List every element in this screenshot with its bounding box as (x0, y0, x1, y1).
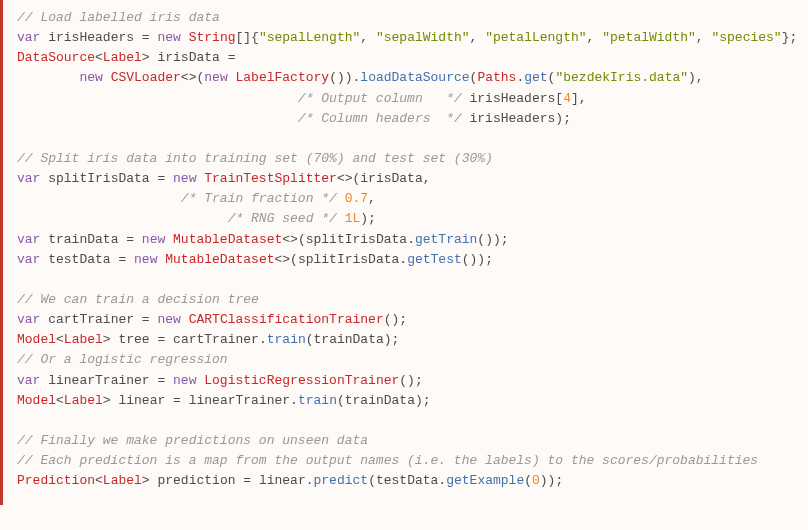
op-lt: < (95, 473, 103, 488)
id-tree: tree (118, 332, 149, 347)
op-comma: , (696, 30, 712, 45)
num-4: 4 (563, 91, 571, 106)
id-testData: testData (376, 473, 438, 488)
op-diamond: <> (181, 70, 197, 85)
op-comma: , (587, 30, 603, 45)
op-lt: < (95, 50, 103, 65)
ty-csvloader: CSVLoader (111, 70, 181, 85)
op-parens-semi: (); (399, 373, 422, 388)
op-diamond: <> (282, 232, 298, 247)
comment-col-headers: /* Column headers */ (298, 111, 462, 126)
kw-var: var (17, 171, 40, 186)
fn-get: get (524, 70, 547, 85)
op-parens: () (329, 70, 345, 85)
id-linear: linear (118, 393, 165, 408)
comment-load: // Load labelled iris data (17, 10, 220, 25)
op-dot: . (438, 473, 446, 488)
fn-predict: predict (314, 473, 369, 488)
op-lparen: ( (524, 473, 532, 488)
op-parens-semi: (); (384, 312, 407, 327)
op-dot: . (399, 252, 407, 267)
ty-string: String (189, 30, 236, 45)
op-comma: , (368, 191, 376, 206)
op-eq: = (134, 312, 157, 327)
ty-datasource: DataSource (17, 50, 95, 65)
ty-mutabledataset: MutableDataset (165, 252, 274, 267)
id-linearTrainer: linearTrainer (48, 373, 149, 388)
id-cartTrainer: cartTrainer (173, 332, 259, 347)
comment-each-pred: // Each prediction is a map from the out… (17, 453, 758, 468)
id-trainData: trainData (48, 232, 118, 247)
op-comma: , (360, 30, 376, 45)
op-eq: = (150, 332, 173, 347)
kw-new: new (157, 312, 180, 327)
str: "sepalWidth" (376, 30, 470, 45)
ty-mutabledataset: MutableDataset (173, 232, 282, 247)
id-cartTrainer: cartTrainer (48, 312, 134, 327)
ty-labelfactory: LabelFactory (236, 70, 330, 85)
id-splitIrisData: splitIrisData (48, 171, 149, 186)
ty-logreg: LogisticRegressionTrainer (204, 373, 399, 388)
op-rparen-semi: ); (384, 332, 400, 347)
comment-finally: // Finally we make predictions on unseen… (17, 433, 368, 448)
op-lparen: ( (368, 473, 376, 488)
code-block: // Load labelled iris data var irisHeade… (0, 0, 808, 505)
op-rrparen-semi: )); (540, 473, 563, 488)
op-lparen: ( (290, 252, 298, 267)
id-irisHeaders: irisHeaders (470, 91, 556, 106)
op-dot: . (407, 232, 415, 247)
op-parens-semi: ()); (477, 232, 508, 247)
op-arr-open: []{ (235, 30, 258, 45)
op-comma: , (470, 30, 486, 45)
comment-train-frac: /* Train fraction */ (181, 191, 337, 206)
op-arr-close: }; (782, 30, 798, 45)
id-irisHeaders: irisHeaders (48, 30, 134, 45)
op-gt: > (103, 393, 111, 408)
fn-getTrain: getTrain (415, 232, 477, 247)
num-1L: 1L (345, 211, 361, 226)
kw-new: new (173, 373, 196, 388)
op-gt: > (142, 50, 150, 65)
op-rparen-semi: ); (360, 211, 376, 226)
op-rbracket-comma: ], (571, 91, 587, 106)
id-trainData: trainData (345, 393, 415, 408)
op-comma: , (423, 171, 431, 186)
op-lparen: ( (337, 393, 345, 408)
op-eq: = (134, 30, 157, 45)
str: "bezdekIris.data" (555, 70, 688, 85)
op-dot: . (290, 393, 298, 408)
ty-label: Label (64, 393, 103, 408)
op-dot: . (259, 332, 267, 347)
ty-model: Model (17, 393, 56, 408)
op-eq: = (118, 232, 141, 247)
kw-new: new (142, 232, 165, 247)
comment-output-col: /* Output column */ (298, 91, 462, 106)
id-linear: linear (259, 473, 306, 488)
id-irisHeaders: irisHeaders (470, 111, 556, 126)
op-eq: = (111, 252, 134, 267)
fn-getExample: getExample (446, 473, 524, 488)
op-eq: = (235, 473, 258, 488)
op-diamond: <> (274, 252, 290, 267)
op-rparen-dot: ). (345, 70, 361, 85)
ty-prediction: Prediction (17, 473, 95, 488)
id-linearTrainer: linearTrainer (189, 393, 290, 408)
kw-var: var (17, 232, 40, 247)
fn-getTest: getTest (407, 252, 462, 267)
str: "species" (711, 30, 781, 45)
kw-new: new (204, 70, 227, 85)
id-irisData: irisData (157, 50, 219, 65)
str: "petalWidth" (602, 30, 696, 45)
fn-loadDataSource: loadDataSource (360, 70, 469, 85)
ty-model: Model (17, 332, 56, 347)
ty-label: Label (103, 473, 142, 488)
str: "sepalLength" (259, 30, 360, 45)
op-lt: < (56, 332, 64, 347)
kw-new: new (173, 171, 196, 186)
op-lparen: ( (298, 232, 306, 247)
op-gt: > (142, 473, 150, 488)
op-dot: . (306, 473, 314, 488)
id-splitIrisData: splitIrisData (298, 252, 399, 267)
ty-cart: CARTClassificationTrainer (189, 312, 384, 327)
num-07: 0.7 (345, 191, 368, 206)
